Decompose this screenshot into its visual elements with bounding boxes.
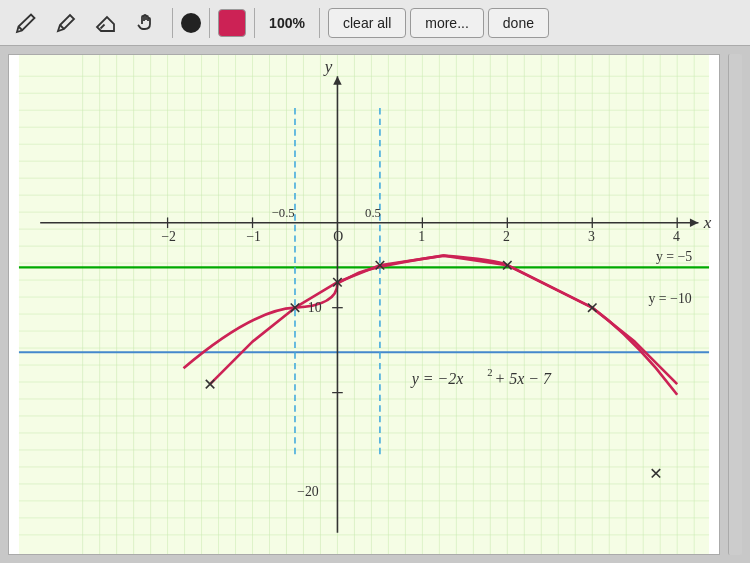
zoom-label: 100% [263,15,311,31]
svg-text:−1: −1 [246,229,261,244]
svg-text:+ 5x − 7: + 5x − 7 [495,370,552,387]
svg-text:y = −2x: y = −2x [410,370,464,388]
svg-text:4: 4 [673,229,680,244]
svg-text:−0.5: −0.5 [272,206,295,220]
svg-text:y: y [323,57,333,76]
svg-text:−20: −20 [297,484,319,499]
main-area: x y −2 −1 O 1 2 3 4 −0.5 [0,46,750,563]
separator [172,8,173,38]
svg-text:3: 3 [588,229,595,244]
done-button[interactable]: done [488,8,549,38]
svg-text:2: 2 [487,367,492,378]
separator3 [254,8,255,38]
separator2 [209,8,210,38]
more-button[interactable]: more... [410,8,484,38]
svg-text:1: 1 [418,229,425,244]
svg-text:10: 10 [308,300,322,315]
graph-container[interactable]: x y −2 −1 O 1 2 3 4 −0.5 [8,54,720,555]
scrollbar[interactable] [728,54,742,555]
separator4 [319,8,320,38]
svg-text:y = −5: y = −5 [656,249,692,264]
svg-text:y = −10: y = −10 [649,291,692,306]
hand-tool[interactable] [128,5,164,41]
svg-text:−2: −2 [161,229,176,244]
color-picker[interactable] [218,9,246,37]
toolbar: 100% clear all more... done [0,0,750,46]
svg-rect-0 [19,55,709,554]
pencil-tool[interactable] [8,5,44,41]
svg-text:0.5: 0.5 [365,206,381,220]
clear-all-button[interactable]: clear all [328,8,406,38]
dot-size-indicator[interactable] [181,13,201,33]
svg-text:x: x [703,213,712,232]
eraser-tool[interactable] [88,5,124,41]
svg-text:2: 2 [503,229,510,244]
svg-text:O: O [333,229,343,244]
pen-tool[interactable] [48,5,84,41]
graph-svg: x y −2 −1 O 1 2 3 4 −0.5 [9,55,719,554]
